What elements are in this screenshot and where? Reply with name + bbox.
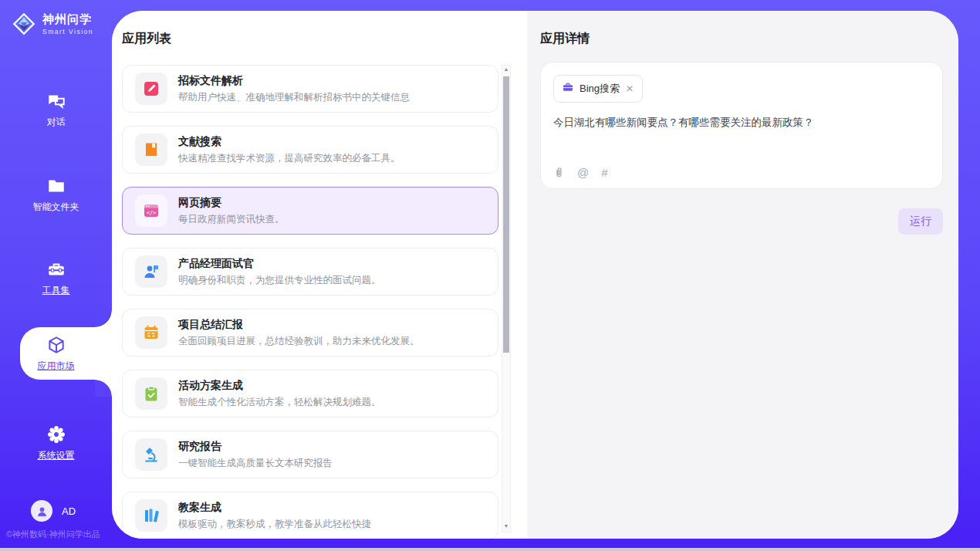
books-icon	[135, 499, 167, 532]
diamond-logo-icon	[11, 11, 37, 37]
prompt-toolbar: @ #	[553, 166, 608, 179]
app-card-title: 招标文件解析	[178, 74, 410, 88]
run-button[interactable]: 运行	[898, 208, 943, 235]
app-card-title: 项目总结汇报	[178, 318, 420, 332]
app-card-2[interactable]: </> 网页摘要 每日政府新闻资讯快查。	[122, 187, 498, 235]
microscope-icon	[135, 438, 167, 471]
sidebar-item-gear[interactable]: 系统设置	[0, 417, 112, 469]
app-card-desc: 模板驱动，教案秒成，教学准备从此轻松快捷	[178, 518, 371, 531]
app-card-list: 招标文件解析 帮助用户快速、准确地理解和解析招标书中的关键信息 文献搜索 快速精…	[122, 65, 498, 539]
app-card-desc: 全面回顾项目进展，总结经验教训，助力未来优化发展。	[178, 335, 420, 348]
scroll-up-icon[interactable]: ▲	[504, 66, 509, 75]
user-avatar-icon	[31, 500, 52, 522]
sidebar: 神州问学 Smart Vision 对话 智能文件夹 工具集 应用市场 系统设置…	[0, 0, 112, 551]
run-row: 运行	[540, 208, 943, 235]
app-card-1[interactable]: 文献搜索 快速精准查找学术资源，提高研究效率的必备工具。	[122, 126, 498, 174]
scrollbar-thumb[interactable]	[503, 76, 509, 353]
cube-icon	[46, 335, 66, 355]
app-card-desc: 帮助用户快速、准确地理解和解析招标书中的关键信息	[178, 91, 410, 104]
chat-icon	[46, 91, 66, 111]
user-name: AD	[62, 505, 76, 517]
main-content: 应用列表 招标文件解析 帮助用户快速、准确地理解和解析招标书中的关键信息 文献搜…	[112, 11, 958, 539]
prompt-text[interactable]: 今日湖北有哪些新闻要点？有哪些需要关注的最新政策？	[553, 115, 930, 130]
copyright-text: ©神州数码·神州问学出品	[6, 529, 130, 540]
briefcase-icon	[562, 81, 574, 96]
app-card-desc: 一键智能生成高质量长文本研究报告	[178, 457, 333, 470]
user-row[interactable]: AD	[0, 500, 112, 522]
sidebar-item-folder[interactable]: 智能文件夹	[0, 168, 112, 221]
app-card-desc: 智能生成个性化活动方案，轻松解决规划难题。	[178, 396, 381, 409]
screen-bottom-edge	[0, 548, 980, 551]
sidebar-item-cube[interactable]: 应用市场	[0, 327, 112, 380]
app-card-4[interactable]: 项目总结汇报 全面回顾项目进展，总结经验教训，助力未来优化发展。	[122, 309, 498, 357]
sidebar-item-label: 工具集	[42, 284, 70, 297]
app-detail-title: 应用详情	[540, 31, 590, 47]
sidebar-item-label: 应用市场	[38, 360, 75, 373]
app-card-desc: 明确身份和职责，为您提供专业性的面试问题。	[178, 274, 381, 287]
book-icon	[135, 134, 167, 166]
app-card-desc: 每日政府新闻资讯快查。	[178, 213, 285, 226]
sidebar-item-label: 对话	[47, 116, 66, 129]
app-card-title: 研究报告	[178, 440, 333, 454]
app-list-scrollbar[interactable]: ▲ ▼	[502, 65, 511, 532]
tool-chip-label: Bing搜索	[580, 82, 620, 96]
brand: 神州问学 Smart Vision	[0, 11, 112, 37]
app-card-title: 教案生成	[178, 501, 371, 515]
scrollbar-track[interactable]	[502, 75, 510, 522]
brand-subtitle: Smart Vision	[42, 28, 93, 35]
sidebar-item-label: 智能文件夹	[33, 201, 79, 214]
prompt-card: Bing搜索 ✕ 今日湖北有哪些新闻要点？有哪些需要关注的最新政策？ @ #	[540, 62, 943, 189]
app-card-title: 产品经理面试官	[178, 257, 381, 271]
app-card-title: 网页摘要	[178, 196, 285, 210]
app-card-desc: 快速精准查找学术资源，提高研究效率的必备工具。	[178, 152, 400, 165]
sidebar-item-chat[interactable]: 对话	[0, 83, 112, 136]
app-card-6[interactable]: 研究报告 一键智能生成高质量长文本研究报告	[122, 431, 498, 478]
pen-document-icon	[135, 73, 167, 105]
app-list-title: 应用列表	[122, 31, 171, 47]
app-card-title: 文献搜索	[178, 135, 400, 149]
app-card-7[interactable]: 教案生成 模板驱动，教案秒成，教学准备从此轻松快捷	[122, 492, 498, 539]
sidebar-item-toolbox[interactable]: 工具集	[0, 252, 112, 304]
interviewer-icon	[135, 255, 167, 288]
browser-code-icon: </>	[135, 194, 167, 227]
app-detail-panel: 应用详情 Bing搜索 ✕ 今日湖北有哪些新闻要点？有哪些需要关注的最新政策？	[527, 11, 958, 539]
tool-chip-bing-search[interactable]: Bing搜索 ✕	[553, 75, 643, 103]
app-card-title: 活动方案生成	[178, 379, 381, 393]
calendar-icon	[135, 316, 167, 349]
brand-name: 神州问学	[42, 12, 93, 27]
sidebar-item-label: 系统设置	[38, 449, 75, 462]
hashtag-icon[interactable]: #	[601, 166, 607, 179]
gear-icon	[46, 424, 66, 445]
attachment-icon[interactable]	[553, 167, 565, 178]
folder-icon	[46, 176, 66, 196]
clipboard-check-icon	[135, 377, 167, 410]
close-icon[interactable]: ✕	[625, 83, 634, 94]
svg-text:</>: </>	[147, 210, 157, 216]
app-card-5[interactable]: 活动方案生成 智能生成个性化活动方案，轻松解决规划难题。	[122, 370, 498, 417]
toolbox-icon	[46, 259, 66, 279]
mention-icon[interactable]: @	[577, 166, 589, 179]
app-list-panel: 应用列表 招标文件解析 帮助用户快速、准确地理解和解析招标书中的关键信息 文献搜…	[112, 11, 527, 539]
scroll-down-icon[interactable]: ▼	[504, 522, 509, 532]
app-card-0[interactable]: 招标文件解析 帮助用户快速、准确地理解和解析招标书中的关键信息	[122, 65, 498, 113]
app-card-3[interactable]: 产品经理面试官 明确身份和职责，为您提供专业性的面试问题。	[122, 248, 498, 296]
